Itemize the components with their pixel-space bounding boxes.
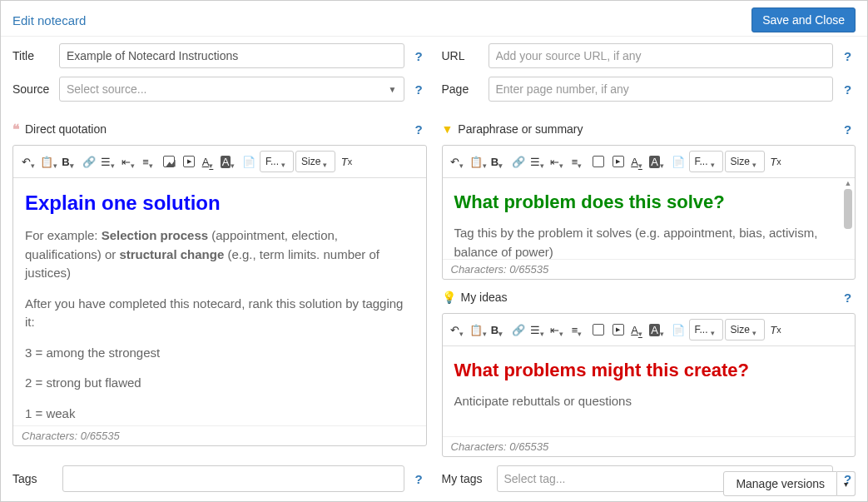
image-button[interactable] [589,152,608,171]
help-ideas-icon[interactable]: ? [840,285,856,310]
list-button[interactable]: ☰ [100,152,118,171]
page-label: Page [442,82,482,96]
paraphrase-label: Paraphrase or summary [458,122,583,136]
align-button[interactable]: ≡ [569,320,588,340]
funnel-icon: ▼ [442,122,454,136]
paste-button[interactable]: 📋 [469,152,488,171]
bg-color-button[interactable]: A [649,152,667,171]
video-button[interactable]: ▶ [180,152,198,171]
undo-button[interactable]: ↶ [449,320,468,340]
help-page-icon[interactable]: ? [840,77,856,102]
paste-button[interactable]: 📋 [469,320,488,340]
paraphrase-editor: ↶ 📋 B 🔗 ☰ ⇤ ≡ ▶ A A 📄 F... Size Tx [442,145,856,280]
lightbulb-icon: 💡 [442,291,456,304]
image-button[interactable] [589,320,608,340]
tags-input[interactable] [62,465,404,492]
paste-button[interactable]: 📋 [40,152,58,171]
url-label: URL [442,49,482,62]
url-input[interactable] [489,43,834,68]
bold-button[interactable]: B [60,152,78,171]
title-input[interactable] [59,43,404,68]
ideas-heading: What problems might this create? [454,356,844,384]
link-button[interactable]: 🔗 [80,152,98,171]
quote-icon: ❝ [12,122,20,137]
quote-heading: Explain one solution [25,188,414,218]
clear-format-button[interactable]: Tx [337,152,355,171]
help-tags-icon[interactable]: ? [411,466,427,491]
list-button[interactable]: ☰ [529,320,548,340]
file-button[interactable]: 📄 [669,320,687,340]
video-button[interactable]: ▶ [609,152,627,171]
clear-format-button[interactable]: Tx [766,152,785,171]
quote-editor: ↶ 📋 B 🔗 ☰ ⇤ ≡ ▶ A A 📄 F... Size Tx [12,145,427,446]
manage-versions-button[interactable]: Manage versions [723,471,837,496]
indent-button[interactable]: ⇤ [549,320,568,340]
font-select[interactable]: F... [689,151,723,172]
ideas-char-count: Characters: 0/65535 [443,436,856,456]
paraphrase-char-count: Characters: 0/65535 [443,259,856,279]
size-select[interactable]: Size [725,151,765,172]
size-select[interactable]: Size [725,319,765,340]
file-button[interactable]: 📄 [669,152,687,171]
ideas-content[interactable]: What problems might this create? Anticip… [443,346,856,436]
indent-button[interactable]: ⇤ [549,152,568,171]
file-button[interactable]: 📄 [240,152,258,171]
align-button[interactable]: ≡ [140,152,158,171]
bold-button[interactable]: B [489,152,508,171]
text-color-button[interactable]: A [200,152,218,171]
chevron-down-icon: ▼ [389,85,397,94]
ideas-editor: ↶ 📋 B 🔗 ☰ ⇤ ≡ ▶ A A 📄 F... Size Tx [442,313,856,457]
scrollbar-thumb[interactable] [844,189,852,229]
video-button[interactable]: ▶ [609,320,627,340]
tags-label: Tags [12,472,56,485]
size-select[interactable]: Size [295,151,335,172]
bg-color-button[interactable]: A [649,320,667,340]
ideas-toolbar: ↶ 📋 B 🔗 ☰ ⇤ ≡ ▶ A A 📄 F... Size Tx [443,314,856,346]
indent-button[interactable]: ⇤ [120,152,138,171]
save-and-close-button[interactable]: Save and Close [751,7,856,32]
text-color-button[interactable]: A [629,152,647,171]
help-title-icon[interactable]: ? [411,43,427,68]
image-button[interactable] [160,152,178,171]
paraphrase-toolbar: ↶ 📋 B 🔗 ☰ ⇤ ≡ ▶ A A 📄 F... Size Tx [443,146,856,178]
clear-format-button[interactable]: Tx [766,320,785,340]
source-select[interactable]: Select source... ▼ [59,77,404,102]
help-url-icon[interactable]: ? [840,43,856,68]
bg-color-button[interactable]: A [220,152,238,171]
paraphrase-content[interactable]: What problem does this solve? Tag this b… [443,178,856,259]
font-select[interactable]: F... [260,151,294,172]
quote-toolbar: ↶ 📋 B 🔗 ☰ ⇤ ≡ ▶ A A 📄 F... Size Tx [13,146,426,178]
link-button[interactable]: 🔗 [509,152,528,171]
help-paraphrase-icon[interactable]: ? [840,117,856,142]
text-color-button[interactable]: A [629,320,647,340]
undo-button[interactable]: ↶ [449,152,468,171]
mytags-placeholder: Select tag... [504,472,566,485]
undo-button[interactable]: ↶ [20,152,38,171]
direct-quotation-label: Direct quotation [25,122,107,136]
title-label: Title [12,49,52,62]
help-source-icon[interactable]: ? [411,77,427,102]
source-placeholder: Select source... [67,82,147,96]
svg-marker-0 [166,160,175,167]
quote-content[interactable]: Explain one solution For example: Select… [13,178,426,425]
my-ideas-label: My ideas [461,291,508,304]
paraphrase-heading: What problem does this solve? [454,188,837,216]
help-quote-icon[interactable]: ? [411,117,427,142]
edit-notecard-link[interactable]: Edit notecard [12,13,86,27]
align-button[interactable]: ≡ [569,152,588,171]
link-button[interactable]: 🔗 [509,320,528,340]
quote-char-count: Characters: 0/65535 [13,425,426,445]
paraphrase-scrollbar[interactable]: ▲ [843,179,853,277]
manage-versions-dropdown[interactable]: ▾ [837,471,856,496]
bold-button[interactable]: B [489,320,508,340]
list-button[interactable]: ☰ [529,152,548,171]
page-input[interactable] [489,77,834,102]
source-label: Source [12,82,52,96]
font-select[interactable]: F... [689,319,723,340]
mytags-label: My tags [442,472,490,485]
